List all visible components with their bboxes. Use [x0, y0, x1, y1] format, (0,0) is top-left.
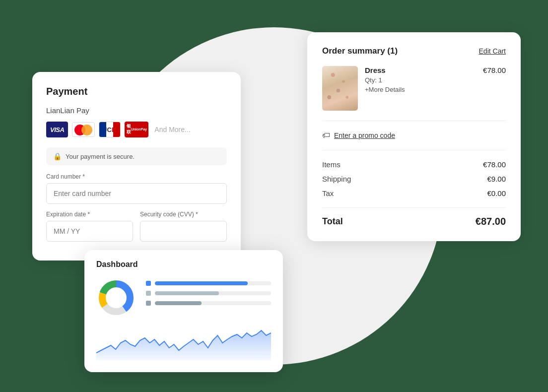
and-more-label: And More...	[154, 126, 190, 133]
promo-icon: 🏷	[322, 131, 330, 140]
svg-point-4	[109, 291, 123, 305]
item-details: Dress Qty: 1 +More Details	[365, 66, 476, 93]
cost-rows: Items €78.00 Shipping €9.00 Tax €0.00	[322, 160, 506, 197]
legend-bar-bg-3	[155, 301, 271, 305]
shipping-value: €9.00	[487, 175, 506, 183]
shipping-label: Shipping	[322, 175, 351, 183]
legend-bar-fill-3	[155, 301, 202, 305]
order-header: Order summary (1) Edit Cart	[322, 46, 506, 56]
expiry-input[interactable]	[46, 221, 133, 242]
legend-bar-fill-1	[155, 281, 248, 285]
mastercard-logo	[72, 122, 95, 137]
items-value: €78.00	[483, 160, 506, 169]
legend-bar-bg-2	[155, 291, 271, 295]
edit-cart-link[interactable]: Edit Cart	[479, 47, 506, 55]
legend-bar-fill-2	[155, 291, 219, 295]
expiry-label: Expiration date *	[46, 211, 133, 218]
area-chart	[96, 326, 271, 360]
cvv-label: Security code (CVV) *	[140, 211, 227, 218]
total-label: Total	[322, 216, 343, 227]
dashboard-content	[96, 278, 271, 318]
lock-icon: 🔒	[53, 152, 62, 160]
legend-item-3	[146, 301, 271, 306]
legend-item-1	[146, 281, 271, 286]
cvv-group: Security code (CVV) *	[140, 211, 227, 242]
promo-section: 🏷 Enter a promo code	[322, 131, 506, 150]
item-qty: Qty: 1	[365, 76, 476, 84]
form-row-expiry-cvv: Expiration date * Security code (CVV) *	[46, 211, 227, 249]
unionpay-logo: 银联 UnionPay	[125, 122, 148, 137]
order-summary-card: Order summary (1) Edit Cart Dress Qty: 1…	[307, 32, 521, 241]
items-label: Items	[322, 160, 341, 169]
item-more-details[interactable]: +More Details	[365, 86, 476, 93]
legend-dot-2	[146, 291, 151, 296]
dashboard-card: Dashboard	[84, 250, 283, 372]
card-number-group: Card number *	[46, 173, 227, 204]
order-item: Dress Qty: 1 +More Details €78.00	[322, 66, 506, 121]
payment-method-name: LianLian Pay	[46, 106, 227, 115]
expiry-group: Expiration date *	[46, 211, 133, 242]
order-title: Order summary (1)	[322, 46, 398, 56]
visa-logo: VISA	[46, 122, 68, 137]
secure-notice: 🔒 Your payment is secure.	[46, 147, 227, 165]
cvv-input[interactable]	[140, 221, 227, 242]
legend-bar-bg-1	[155, 281, 271, 285]
legend-bars	[146, 278, 271, 306]
item-name: Dress	[365, 66, 476, 74]
legend-item-2	[146, 291, 271, 296]
item-price: €78.00	[483, 66, 506, 74]
cost-row-items: Items €78.00	[322, 160, 506, 169]
tax-value: €0.00	[487, 189, 506, 197]
card-number-label: Card number *	[46, 173, 227, 180]
legend-dot-3	[146, 301, 151, 306]
donut-chart	[96, 278, 136, 318]
cost-row-tax: Tax €0.00	[322, 189, 506, 197]
promo-link[interactable]: Enter a promo code	[334, 131, 395, 139]
legend-dot-1	[146, 281, 151, 286]
card-number-input[interactable]	[46, 183, 227, 204]
payment-title: Payment	[46, 86, 227, 97]
total-row: Total €87.00	[322, 207, 506, 227]
dashboard-title: Dashboard	[96, 260, 271, 269]
card-logos: VISA JCB 银联 UnionPay And More...	[46, 122, 227, 137]
item-image	[322, 66, 358, 111]
secure-text: Your payment is secure.	[66, 153, 135, 160]
tax-label: Tax	[322, 189, 334, 197]
payment-card: Payment LianLian Pay VISA JCB 银联 UnionPa…	[32, 72, 241, 261]
cost-row-shipping: Shipping €9.00	[322, 175, 506, 183]
total-value: €87.00	[476, 216, 506, 227]
jcb-logo: JCB	[99, 122, 121, 137]
donut-svg	[96, 278, 136, 318]
